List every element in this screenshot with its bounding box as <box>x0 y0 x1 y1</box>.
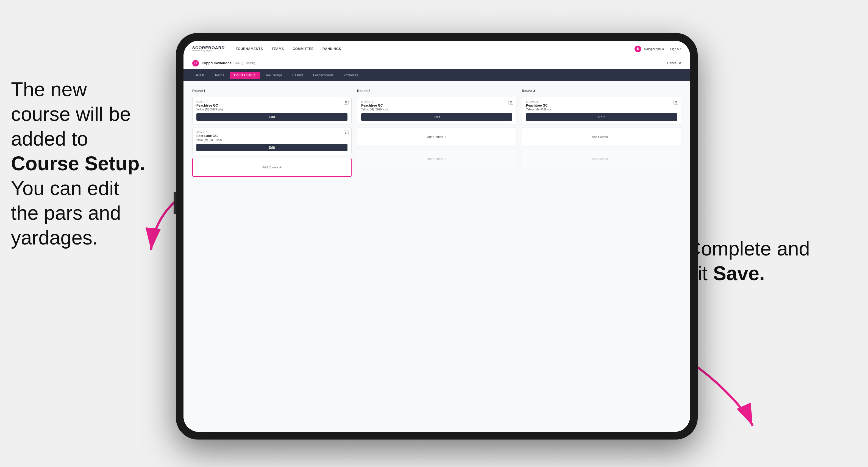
round3-add-course-disabled-text: Add Course + <box>592 157 611 161</box>
round-3-column: Round 3 ⊟ (Course A) Peachtree GC Yellow… <box>522 89 681 177</box>
nav-teams[interactable]: TEAMS <box>272 47 284 51</box>
round3-course-a-delete[interactable]: ⊟ <box>673 100 678 105</box>
hosting-badge: Hosting <box>246 62 255 65</box>
annotation-line6: yardages. <box>11 227 98 249</box>
round3-course-a-tee: Yellow (M) (6629 yds) <box>526 108 677 111</box>
tournament-bar: C Clippd Invitational (Men) Hosting Canc… <box>184 57 690 69</box>
clippd-logo: C <box>192 60 199 66</box>
round3-course-a-card: ⊟ (Course A) Peachtree GC Yellow (M) (66… <box>522 97 681 124</box>
round1-add-course-card[interactable]: Add Course + <box>192 158 351 177</box>
tab-teams[interactable]: Teams <box>210 72 228 79</box>
round-1-label: Round 1 <box>192 89 351 93</box>
round2-course-a-edit[interactable]: Edit <box>361 113 512 121</box>
round1-course-a-card: ⊟ (Course A) Peachtree GC Yellow (M) (66… <box>192 97 351 124</box>
annotation-line4: You can edit <box>11 177 119 199</box>
nav-user-area: B blair@clippd.io | Sign out <box>634 45 681 52</box>
rounds-grid: Round 1 ⊟ (Course A) Peachtree GC Yellow… <box>192 89 681 177</box>
round2-course-a-label: (Course A) <box>361 100 512 103</box>
round2-course-a-name: Peachtree GC <box>361 103 512 107</box>
round1-course-a-tee: Yellow (M) (6629 yds) <box>196 108 347 111</box>
tournament-title: Clippd Invitational <box>202 61 232 65</box>
right-annotation-bold: Save. <box>713 262 765 284</box>
round3-course-a-label: (Course A) <box>526 100 677 103</box>
annotation-bold: Course Setup. <box>11 152 145 175</box>
tab-bar: Details Teams Course Setup Tee Groups Re… <box>184 69 690 81</box>
round1-course-b-edit[interactable]: Edit <box>196 144 347 151</box>
round1-course-b-label: (Course B) <box>196 131 347 133</box>
nav-committee[interactable]: COMMITTEE <box>292 47 314 51</box>
round1-course-a-name: Peachtree GC <box>196 103 347 107</box>
annotation-line3: added to <box>11 128 88 150</box>
tab-leaderboards[interactable]: Leaderboards <box>309 72 338 79</box>
tablet-screen: SCOREBOARD Powered by clippd TOURNAMENTS… <box>184 41 690 432</box>
round1-course-a-delete[interactable]: ⊟ <box>344 100 348 105</box>
tab-course-setup[interactable]: Course Setup <box>229 72 260 79</box>
logo-subtitle: Powered by clippd <box>192 50 225 52</box>
tab-printables[interactable]: Printables <box>339 72 362 79</box>
tab-tee-groups[interactable]: Tee Groups <box>261 72 287 79</box>
round-2-label: Round 2 <box>357 89 517 93</box>
tablet-side-button <box>174 192 176 214</box>
round1-course-b-delete[interactable]: ⊟ <box>344 130 348 135</box>
tab-results[interactable]: Results <box>288 72 308 79</box>
annotation-line1: The new <box>11 78 87 100</box>
round2-add-course-text: Add Course + <box>427 134 446 139</box>
right-annotation: Complete and hit Save. <box>687 236 846 286</box>
annotation-line2: course will be <box>11 103 131 125</box>
round1-course-b-card: ⊟ (Course B) East Lake GC Black (M) (689… <box>192 127 351 155</box>
scoreboard-logo: SCOREBOARD Powered by clippd <box>192 45 225 52</box>
main-content: Round 1 ⊟ (Course A) Peachtree GC Yellow… <box>184 81 690 432</box>
round3-add-course-card[interactable]: Add Course + <box>522 127 681 147</box>
right-annotation-line1: Complete and <box>687 238 810 259</box>
round2-course-a-tee: Yellow (M) (6629 yds) <box>361 108 512 111</box>
tablet-shell: SCOREBOARD Powered by clippd TOURNAMENTS… <box>176 33 698 439</box>
tab-details[interactable]: Details <box>190 72 209 79</box>
user-avatar: B <box>634 45 641 52</box>
round3-course-a-name: Peachtree GC <box>526 103 677 107</box>
round2-add-course-disabled-text: Add Course + <box>427 157 446 161</box>
user-email: blair@clippd.io <box>644 47 663 51</box>
tournament-name-area: C Clippd Invitational (Men) Hosting <box>192 60 255 66</box>
tournament-gender: (Men) <box>236 62 243 65</box>
nav-rankings[interactable]: RANKINGS <box>322 47 341 51</box>
annotation-line5: the pars and <box>11 202 121 224</box>
round-3-label: Round 3 <box>522 89 681 93</box>
round2-course-a-card: ⊟ (Course A) Peachtree GC Yellow (M) (66… <box>357 97 517 124</box>
round2-add-course-disabled-card: Add Course + <box>357 149 517 168</box>
sign-out-link[interactable]: Sign out <box>670 47 681 51</box>
round-2-column: Round 2 ⊟ (Course A) Peachtree GC Yellow… <box>357 89 517 177</box>
round1-course-a-edit[interactable]: Edit <box>196 113 347 121</box>
round1-add-course-text: Add Course + <box>262 165 282 169</box>
logo-title: SCOREBOARD <box>192 45 225 50</box>
nav-tournaments[interactable]: TOURNAMENTS <box>236 47 263 51</box>
round2-course-a-delete[interactable]: ⊟ <box>508 100 514 105</box>
round3-add-course-text: Add Course + <box>592 134 611 139</box>
top-navigation: SCOREBOARD Powered by clippd TOURNAMENTS… <box>184 41 690 57</box>
round3-add-course-disabled-card: Add Course + <box>522 149 681 168</box>
cancel-button[interactable]: Cancel ✕ <box>667 61 681 65</box>
round3-course-a-edit[interactable]: Edit <box>526 113 677 121</box>
round1-course-b-name: East Lake GC <box>196 134 347 138</box>
nav-links: TOURNAMENTS TEAMS COMMITTEE RANKINGS <box>236 47 623 51</box>
round-1-column: Round 1 ⊟ (Course A) Peachtree GC Yellow… <box>192 89 351 177</box>
round1-course-a-label: (Course A) <box>196 100 347 103</box>
round1-course-b-tee: Black (M) (6891 yds) <box>196 138 347 142</box>
round2-add-course-card[interactable]: Add Course + <box>357 127 517 147</box>
